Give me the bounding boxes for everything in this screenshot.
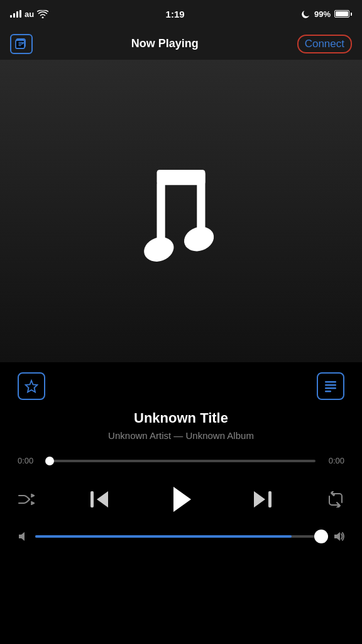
library-button[interactable] (10, 34, 33, 54)
moon-icon (302, 9, 310, 18)
track-info: Unknown Title Unknown Artist — Unknown A… (18, 405, 344, 451)
shuffle-icon (18, 492, 35, 507)
controls-area: Unknown Title Unknown Artist — Unknown A… (0, 362, 362, 552)
music-note-icon (112, 142, 250, 280)
battery-pct-label: 99% (314, 9, 331, 19)
repeat-icon (327, 491, 344, 508)
volume-handle[interactable] (314, 530, 328, 543)
volume-low-icon (18, 531, 29, 542)
svg-point-6 (180, 223, 217, 255)
svg-rect-9 (325, 384, 336, 386)
battery-tip (351, 13, 352, 16)
progress-bar[interactable] (47, 460, 315, 462)
time-total: 0:00 (322, 456, 344, 465)
volume-fill (35, 535, 292, 538)
time-current: 0:00 (18, 456, 40, 465)
library-icon (15, 38, 28, 50)
play-button[interactable] (165, 483, 197, 516)
album-art (0, 60, 362, 362)
svg-rect-8 (325, 381, 336, 383)
svg-marker-17 (254, 491, 265, 508)
volume-high-icon (333, 531, 344, 542)
svg-rect-18 (268, 491, 272, 508)
signal-bar-3 (16, 11, 18, 18)
status-time: 1:19 (166, 9, 185, 19)
status-right: 99% (302, 9, 352, 19)
page-title: Now Playing (131, 37, 199, 50)
status-left: au (10, 9, 48, 19)
svg-rect-4 (157, 170, 206, 185)
connect-button[interactable]: Connect (297, 35, 352, 53)
playback-controls (18, 470, 344, 526)
battery-box (334, 10, 349, 18)
shuffle-button[interactable] (18, 492, 35, 507)
svg-rect-11 (325, 391, 331, 392)
battery-fill (336, 11, 348, 16)
signal-bar-4 (19, 10, 21, 18)
progress-handle[interactable] (45, 457, 54, 465)
track-subtitle: Unknown Artist — Unknown Album (18, 430, 344, 441)
next-icon (251, 490, 273, 509)
queue-button[interactable] (317, 372, 344, 400)
svg-marker-20 (334, 532, 340, 541)
nav-bar: Now Playing Connect (0, 28, 362, 60)
battery-indicator (334, 10, 352, 18)
svg-marker-7 (26, 380, 38, 392)
action-row (18, 362, 344, 405)
carrier-label: au (25, 9, 34, 19)
queue-icon (324, 379, 337, 393)
signal-bar-1 (10, 15, 12, 18)
volume-slider[interactable] (35, 535, 327, 538)
repeat-button[interactable] (327, 491, 344, 508)
play-icon (165, 483, 197, 516)
wifi-icon (37, 10, 48, 18)
status-bar: au 1:19 99% (0, 0, 362, 28)
previous-button[interactable] (89, 490, 111, 509)
svg-point-5 (141, 233, 177, 266)
svg-marker-14 (97, 491, 108, 508)
volume-row (18, 526, 344, 552)
signal-bars (10, 10, 21, 18)
svg-rect-15 (90, 491, 94, 508)
next-button[interactable] (251, 490, 273, 509)
svg-marker-16 (173, 487, 191, 512)
svg-rect-2 (157, 180, 165, 247)
previous-icon (89, 490, 111, 509)
star-icon (25, 379, 38, 393)
signal-bar-2 (13, 13, 15, 18)
favorite-button[interactable] (18, 372, 45, 400)
track-title: Unknown Title (18, 410, 344, 426)
svg-rect-10 (325, 387, 336, 389)
progress-row: 0:00 0:00 (18, 451, 344, 470)
svg-marker-19 (19, 532, 25, 541)
